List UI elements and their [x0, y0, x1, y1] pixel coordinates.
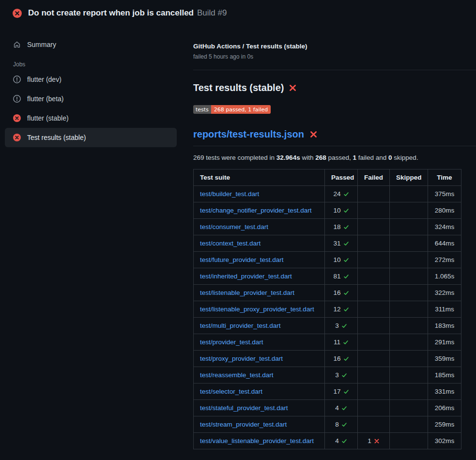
- cell-passed: 17: [325, 383, 358, 400]
- sidebar-item-flutter-beta[interactable]: flutter (beta): [5, 89, 177, 108]
- cell-passed: 16: [325, 285, 358, 301]
- cell-skipped: [390, 400, 428, 416]
- cell-passed: 10: [325, 202, 358, 219]
- cell-skipped: [390, 416, 428, 433]
- check-icon: [341, 273, 349, 280]
- test-suite-link[interactable]: test/consumer_test.dart: [200, 223, 268, 230]
- cell-failed: [358, 252, 390, 268]
- sidebar-item-test-results-stable[interactable]: Test results (stable): [5, 128, 177, 147]
- cell-time: 183ms: [428, 318, 461, 334]
- test-suite-link[interactable]: test/multi_provider_test.dart: [200, 322, 281, 329]
- cell-time: 644ms: [428, 235, 461, 252]
- cell-test-suite: test/multi_provider_test.dart: [194, 318, 325, 334]
- cell-time: 324ms: [428, 219, 461, 235]
- cell-time: 206ms: [428, 400, 461, 416]
- summary-sentence: 269 tests were completed in 32.964s with…: [193, 154, 476, 161]
- passed-count: 18: [333, 223, 340, 230]
- time-value: 359ms: [435, 355, 455, 362]
- cell-failed: [358, 367, 390, 383]
- main-content: GitHub Actions / Test results (stable) f…: [193, 43, 476, 449]
- check-icon: [340, 338, 349, 346]
- test-suite-link[interactable]: test/listenable_proxy_provider_test.dart: [200, 306, 314, 313]
- test-suite-link[interactable]: test/value_listenable_provider_test.dart: [200, 437, 314, 445]
- cell-skipped: [390, 219, 428, 235]
- time-value: 280ms: [435, 207, 455, 214]
- time-value: 272ms: [435, 256, 455, 263]
- check-icon: [341, 306, 349, 313]
- cell-failed: [358, 285, 390, 301]
- check-icon: [341, 388, 349, 395]
- time-value: 206ms: [435, 404, 455, 412]
- cell-time: 311ms: [428, 301, 461, 318]
- cell-passed: 3: [325, 318, 358, 334]
- build-number: Build #9: [197, 8, 227, 17]
- cell-skipped: [390, 285, 428, 301]
- time-value: 331ms: [435, 388, 455, 395]
- cell-failed: [358, 202, 390, 219]
- sidebar-item-flutter-dev[interactable]: flutter (dev): [5, 70, 177, 89]
- run-status-line: failed 5 hours ago in 0s: [193, 53, 476, 60]
- cell-test-suite: test/listenable_proxy_provider_test.dart: [194, 301, 325, 318]
- col-test-suite: Test suite: [194, 169, 325, 186]
- passed-count: 31: [333, 240, 340, 247]
- check-icon: [341, 355, 349, 362]
- run-title: Do not create report when job is cancell…: [28, 8, 194, 17]
- cell-time: 302ms: [428, 433, 461, 449]
- cell-time: 1.065s: [428, 268, 461, 285]
- table-row: test/provider_test.dart 11 291ms: [194, 334, 461, 351]
- table-row: test/inherited_provider_test.dart 81 1.0…: [194, 268, 461, 285]
- test-suite-link[interactable]: test/stateful_provider_test.dart: [200, 404, 288, 412]
- test-suite-link[interactable]: test/stream_provider_test.dart: [200, 421, 287, 428]
- cell-skipped: [390, 268, 428, 285]
- test-suite-link[interactable]: test/proxy_provider_test.dart: [200, 355, 283, 362]
- cell-test-suite: test/reassemble_test.dart: [194, 367, 325, 383]
- cell-passed: 11: [325, 334, 358, 351]
- cell-failed: [358, 235, 390, 252]
- cell-passed: 81: [325, 268, 358, 285]
- passed-count: 10: [333, 207, 340, 214]
- cell-passed: 10: [325, 252, 358, 268]
- test-suite-link[interactable]: test/listenable_provider_test.dart: [200, 289, 294, 296]
- test-suite-link[interactable]: test/context_test.dart: [200, 240, 261, 247]
- check-icon: [339, 371, 347, 379]
- cell-passed: 3: [325, 367, 358, 383]
- passed-count: 3: [335, 322, 339, 329]
- badge-row: tests 268 passed, 1 failed: [193, 105, 476, 114]
- time-value: 324ms: [435, 223, 455, 230]
- cell-passed: 4: [325, 433, 358, 449]
- x-icon: [371, 437, 380, 445]
- test-suite-link[interactable]: test/reassemble_test.dart: [200, 371, 274, 379]
- failure-status-icon: [13, 9, 22, 18]
- failure-status-icon: [13, 114, 21, 122]
- test-suite-link[interactable]: test/selector_test.dart: [200, 388, 262, 395]
- cell-test-suite: test/context_test.dart: [194, 235, 325, 252]
- cell-time: 331ms: [428, 383, 461, 400]
- breadcrumb: GitHub Actions / Test results (stable): [193, 43, 476, 50]
- report-title: reports/test-results.json: [193, 129, 476, 146]
- test-suite-link[interactable]: test/provider_test.dart: [200, 338, 263, 346]
- cell-test-suite: test/change_notifier_provider_test.dart: [194, 202, 325, 219]
- table-row: test/consumer_test.dart 18 324ms: [194, 219, 461, 235]
- table-row: test/listenable_proxy_provider_test.dart…: [194, 301, 461, 318]
- test-suite-link[interactable]: test/change_notifier_provider_test.dart: [200, 207, 311, 214]
- cell-failed: [358, 219, 390, 235]
- cell-time: 375ms: [428, 186, 461, 202]
- table-row: test/context_test.dart 31 644ms: [194, 235, 461, 252]
- sidebar-item-summary[interactable]: Summary: [5, 35, 177, 54]
- passed-count: 17: [333, 388, 340, 395]
- cell-skipped: [390, 252, 428, 268]
- check-icon: [339, 322, 347, 329]
- cell-test-suite: test/listenable_provider_test.dart: [194, 285, 325, 301]
- test-suite-link[interactable]: test/future_provider_test.dart: [200, 256, 284, 263]
- home-icon: [13, 41, 21, 48]
- cell-skipped: [390, 202, 428, 219]
- check-icon: [341, 289, 349, 296]
- table-row: test/proxy_provider_test.dart 16 359ms: [194, 351, 461, 367]
- sidebar-item-flutter-stable[interactable]: flutter (stable): [5, 108, 177, 128]
- test-suite-link[interactable]: test/inherited_provider_test.dart: [200, 273, 292, 280]
- passed-count: 81: [333, 273, 340, 280]
- test-suite-link[interactable]: test/builder_test.dart: [200, 190, 259, 198]
- page-title: Do not create report when job is cancell…: [28, 8, 227, 18]
- passed-count: 4: [335, 437, 339, 445]
- report-link[interactable]: reports/test-results.json: [193, 129, 304, 140]
